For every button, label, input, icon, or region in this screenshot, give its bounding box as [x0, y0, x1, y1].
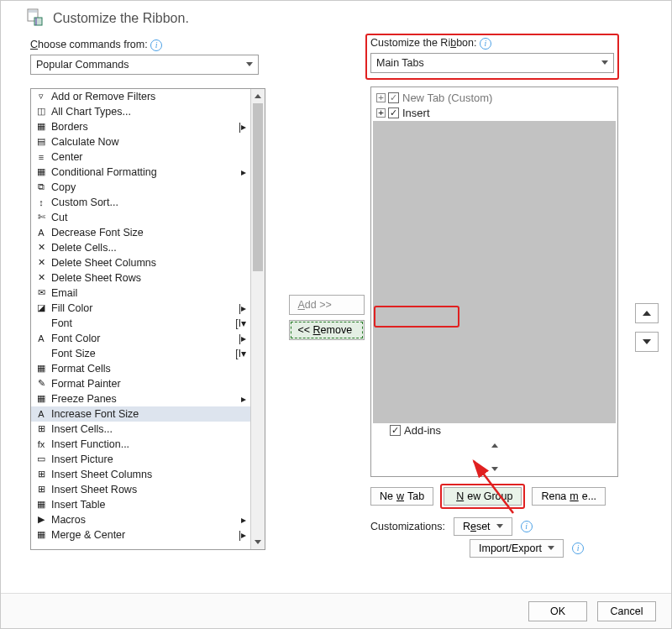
scroll-up-icon[interactable]	[371, 438, 617, 453]
cancel-button[interactable]: Cancel	[597, 601, 656, 621]
command-item[interactable]: ⊞Insert Cells...	[31, 422, 265, 437]
command-item[interactable]: ◫All Chart Types...	[31, 104, 265, 119]
scroll-down-icon[interactable]	[371, 462, 617, 476]
command-item[interactable]: AIncrease Font Size	[31, 406, 265, 422]
command-item[interactable]: ◪Fill Color|▸	[31, 301, 265, 316]
submenu-indicator-icon: |▸	[239, 121, 246, 133]
info-icon[interactable]: i	[150, 39, 162, 51]
add-button[interactable]: Add >>	[289, 295, 365, 315]
command-label: Font	[51, 317, 72, 329]
command-icon: ▦	[34, 392, 48, 406]
command-item[interactable]: ▶Macros▸	[31, 512, 265, 527]
command-item[interactable]: ▿Add or Remove Filters	[31, 89, 265, 104]
command-label: Insert Sheet Rows	[51, 484, 137, 495]
tree-row[interactable]: +✓Insert	[376, 106, 617, 121]
command-icon: ▦	[34, 165, 48, 179]
command-label: Center	[51, 151, 83, 163]
command-item[interactable]: ✄Cut	[31, 210, 265, 225]
rename-button[interactable]: Rename...	[532, 487, 606, 506]
new-tab-button[interactable]: New Tab	[370, 487, 433, 506]
command-label: Font Color	[51, 333, 100, 344]
new-group-button[interactable]: New Group	[444, 487, 522, 506]
ribbon-tree[interactable]: +✓New Tab (Custom)+✓Insert+Draw+✓Page La…	[370, 86, 618, 477]
command-item[interactable]: ▤Calculate Now	[31, 134, 265, 149]
command-label: Font Size	[51, 348, 96, 359]
command-item[interactable]: ▦Freeze Panes▸	[31, 391, 265, 406]
command-item[interactable]: ✕Delete Cells...	[31, 240, 265, 255]
command-icon: fx	[34, 438, 48, 451]
tree-label: New Tab (Custom)	[402, 92, 492, 104]
command-item[interactable]: Font[I▾	[31, 316, 265, 331]
command-item[interactable]: ✕Delete Sheet Rows	[31, 270, 265, 286]
page-title: Customize the Ribbon.	[53, 11, 189, 26]
command-item[interactable]: ▭Insert Picture	[31, 452, 265, 467]
command-item[interactable]: ✎Format Painter	[31, 376, 265, 391]
command-item[interactable]: Font Size[I▾	[31, 346, 265, 361]
import-export-button[interactable]: Import/Export	[470, 539, 564, 558]
reset-button[interactable]: Reset	[454, 517, 512, 536]
command-item[interactable]: ▦Conditional Formatting▸	[31, 165, 265, 180]
submenu-indicator-icon: ▸	[241, 166, 246, 178]
command-label: Add or Remove Filters	[51, 91, 155, 102]
commands-scrollbar[interactable]	[250, 89, 265, 549]
tree-row[interactable]: +✓New Tab (Custom)	[376, 91, 617, 106]
customizations-label: Customizations:	[370, 521, 445, 532]
command-icon: ▦	[34, 498, 48, 511]
move-down-button[interactable]	[635, 332, 659, 352]
command-icon: ✉	[34, 286, 48, 300]
command-icon	[34, 347, 48, 360]
checkbox[interactable]: ✓	[388, 92, 399, 103]
tree-scrollbar[interactable]	[371, 438, 617, 453]
choose-commands-dropdown[interactable]: Popular Commands	[30, 55, 259, 75]
command-item[interactable]: ▦Format Cells	[31, 361, 265, 376]
move-up-button[interactable]	[635, 303, 659, 323]
command-item[interactable]: ⧉Copy	[31, 180, 265, 195]
ribbon-icon	[26, 8, 53, 29]
info-icon[interactable]: i	[480, 38, 491, 50]
tree-label: Add-ins	[404, 424, 441, 437]
customize-ribbon-dropdown[interactable]: Main Tabs	[370, 53, 614, 73]
scroll-down-icon[interactable]	[251, 535, 265, 549]
info-icon[interactable]: i	[521, 521, 533, 532]
command-item[interactable]: ✕Delete Sheet Columns	[31, 255, 265, 270]
command-label: Decrease Font Size	[51, 227, 144, 238]
scroll-thumb[interactable]	[373, 121, 616, 423]
command-item[interactable]: ✉Email	[31, 286, 265, 301]
command-item[interactable]: ↕Custom Sort...	[31, 195, 265, 210]
command-item[interactable]: ▦Insert Table	[31, 497, 265, 512]
info-icon[interactable]: i	[572, 543, 584, 554]
command-icon: A	[34, 226, 48, 239]
submenu-indicator-icon: |▸	[239, 333, 246, 344]
tree-row[interactable]: ✓Add-ins	[376, 423, 617, 438]
svg-rect-3	[34, 18, 42, 25]
command-item[interactable]: ▦Merge & Center|▸	[31, 527, 265, 543]
command-item[interactable]: fxInsert Function...	[31, 437, 265, 452]
command-item[interactable]: ▦Borders|▸	[31, 119, 265, 134]
command-item[interactable]: ⊞Insert Sheet Rows	[31, 482, 265, 497]
command-label: All Chart Types...	[51, 106, 131, 118]
scroll-thumb[interactable]	[253, 103, 263, 271]
scroll-up-icon[interactable]	[251, 89, 265, 103]
command-label: Email	[51, 287, 77, 299]
command-item[interactable]: ≡Center	[31, 149, 265, 165]
svg-rect-1	[29, 10, 37, 13]
command-item[interactable]: ⊞Insert Sheet Columns	[31, 467, 265, 482]
checkbox[interactable]: ✓	[390, 425, 401, 436]
expand-icon[interactable]: +	[376, 93, 386, 102]
command-icon: ⊞	[34, 468, 48, 481]
commands-listbox[interactable]: ▿Add or Remove Filters◫All Chart Types..…	[30, 88, 265, 550]
command-label: Delete Sheet Columns	[51, 257, 156, 269]
ok-button[interactable]: OK	[528, 601, 587, 621]
command-label: Increase Font Size	[51, 408, 139, 420]
command-item[interactable]: ADecrease Font Size	[31, 225, 265, 240]
checkbox[interactable]: ✓	[388, 107, 399, 118]
command-item[interactable]: AFont Color|▸	[31, 331, 265, 346]
command-label: Fill Color	[51, 302, 92, 314]
command-icon: ▿	[34, 90, 48, 103]
command-icon: ◪	[34, 301, 48, 315]
command-label: Freeze Panes	[51, 393, 117, 405]
customize-ribbon-label: Customize the Ribbon: i	[370, 37, 614, 50]
command-icon: ▦	[34, 528, 48, 542]
remove-button[interactable]: << Remove	[289, 320, 365, 340]
expand-icon[interactable]: +	[376, 108, 386, 118]
